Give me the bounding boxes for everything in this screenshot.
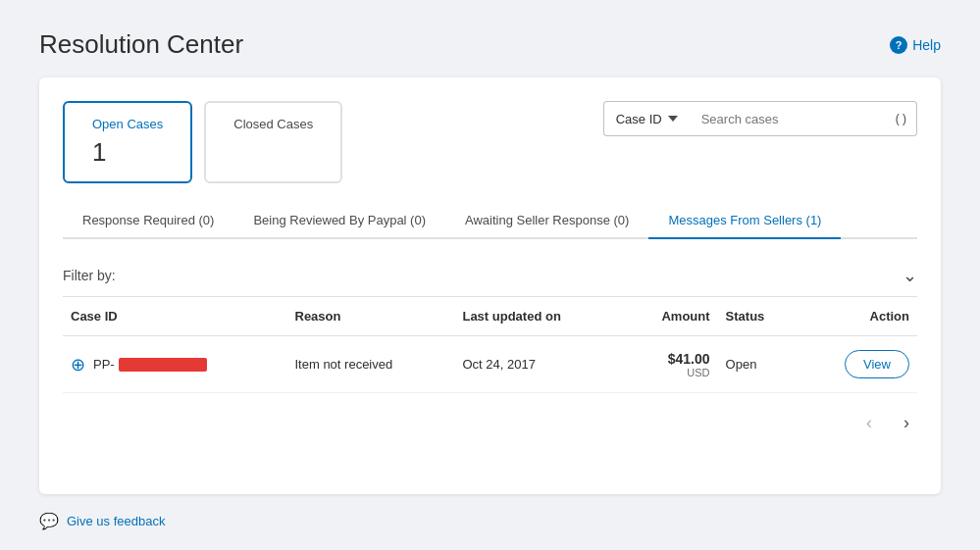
tab-being-reviewed[interactable]: Being Reviewed By Paypal (0) [233, 203, 445, 239]
col-amount: Amount [623, 297, 717, 336]
view-button[interactable]: View [845, 350, 909, 378]
page-header: Resolution Center ? Help [39, 29, 941, 60]
help-icon: ? [890, 36, 907, 54]
page-title: Resolution Center [39, 29, 243, 60]
search-dropdown[interactable]: Case ID [603, 101, 690, 136]
tab-open-cases[interactable]: Open Cases 1 [63, 101, 192, 183]
amount-cell: $41.00 USD [623, 336, 717, 393]
col-action: Action [799, 297, 917, 336]
case-id-redacted [119, 358, 207, 372]
filter-label: Filter by: [63, 268, 116, 283]
filter-bar: Filter by: ⌄ [63, 255, 917, 297]
status-cell: Open [718, 336, 799, 393]
case-id-prefix: PP- [93, 357, 115, 372]
col-status: Status [718, 297, 799, 336]
col-last-updated: Last updated on [454, 297, 623, 336]
amount-currency: USD [631, 367, 709, 378]
tab-awaiting-seller[interactable]: Awaiting Seller Response (0) [445, 203, 648, 239]
col-case-id: Case ID [63, 297, 287, 336]
cases-table: Case ID Reason Last updated on Amount St… [63, 297, 917, 393]
pagination: ‹ › [63, 393, 917, 441]
search-btn-label: ( ) [896, 112, 906, 125]
col-reason: Reason [287, 297, 455, 336]
tab-closed-cases[interactable]: Closed Cases [204, 101, 342, 183]
action-cell: View [799, 336, 917, 393]
expand-row-icon[interactable]: ⊕ [71, 354, 85, 375]
prev-page-button[interactable]: ‹ [858, 409, 880, 437]
case-id-cell: ⊕ PP- [63, 336, 287, 393]
main-card: Open Cases 1 Closed Cases Case ID ( ) Re… [39, 77, 941, 494]
case-id-text: PP- [93, 357, 207, 372]
open-cases-count: 1 [92, 137, 163, 168]
tab-response-required[interactable]: Response Required (0) [63, 203, 233, 239]
last-updated-cell: Oct 24, 2017 [454, 336, 623, 393]
search-button[interactable]: ( ) [886, 101, 917, 136]
chevron-down-icon [668, 116, 678, 122]
help-label: Help [912, 37, 941, 53]
filter-chevron-icon[interactable]: ⌄ [903, 265, 917, 286]
table-row: ⊕ PP- Item not received Oct 24, 2017 $41… [63, 336, 917, 393]
table-header-row: Case ID Reason Last updated on Amount St… [63, 297, 917, 336]
feedback-link[interactable]: Give us feedback [67, 514, 165, 528]
tab-messages-from-sellers[interactable]: Messages From Sellers (1) [648, 203, 841, 239]
search-input[interactable] [690, 101, 886, 136]
feedback-row: 💬 Give us feedback [39, 512, 941, 530]
sub-tabs: Response Required (0) Being Reviewed By … [63, 203, 917, 239]
closed-cases-label: Closed Cases [233, 117, 313, 131]
open-cases-label: Open Cases [92, 117, 163, 131]
next-page-button[interactable]: › [896, 409, 917, 437]
amount-value: $41.00 [631, 351, 709, 367]
reason-cell: Item not received [287, 336, 455, 393]
help-link[interactable]: ? Help [890, 36, 941, 54]
search-area: Case ID ( ) [603, 101, 917, 136]
top-row: Open Cases 1 Closed Cases Case ID ( ) [63, 101, 917, 183]
case-type-tabs: Open Cases 1 Closed Cases [63, 101, 342, 183]
feedback-icon: 💬 [39, 512, 59, 530]
search-dropdown-label: Case ID [616, 112, 662, 126]
